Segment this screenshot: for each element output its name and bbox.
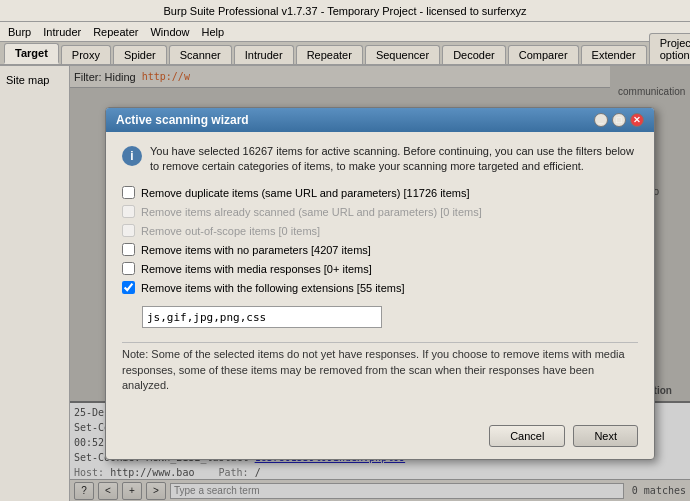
remove-no-params-checkbox[interactable] — [122, 243, 135, 256]
menu-window[interactable]: Window — [150, 26, 189, 38]
close-button[interactable]: ✕ — [630, 113, 644, 127]
modal-overlay: Active scanning wizard _ □ ✕ i You have … — [70, 66, 690, 501]
sitemap-button[interactable]: Site map — [0, 70, 69, 90]
main-area: Site map Filter: Hiding http://w communi… — [0, 66, 690, 501]
tab-scanner[interactable]: Scanner — [169, 45, 232, 64]
info-row: i You have selected 16267 items for acti… — [122, 144, 638, 175]
remove-media-label: Remove items with media responses [0+ it… — [141, 263, 372, 275]
minimize-button[interactable]: _ — [594, 113, 608, 127]
tab-intruder[interactable]: Intruder — [234, 45, 294, 64]
content-area: Filter: Hiding http://w communication ry… — [70, 66, 690, 501]
modal-titlebar-buttons: _ □ ✕ — [594, 113, 644, 127]
checkbox-row-6: Remove items with the following extensio… — [122, 281, 638, 294]
checkbox-row-2: Remove items already scanned (same URL a… — [122, 205, 638, 218]
remove-media-checkbox[interactable] — [122, 262, 135, 275]
menu-repeater[interactable]: Repeater — [93, 26, 138, 38]
active-scanning-wizard-dialog: Active scanning wizard _ □ ✕ i You have … — [105, 107, 655, 461]
tab-spider[interactable]: Spider — [113, 45, 167, 64]
remove-scanned-label: Remove items already scanned (same URL a… — [141, 206, 482, 218]
checkbox-row-1: Remove duplicate items (same URL and par… — [122, 186, 638, 199]
tab-repeater[interactable]: Repeater — [296, 45, 363, 64]
remove-out-of-scope-label: Remove out-of-scope items [0 items] — [141, 225, 320, 237]
cancel-button[interactable]: Cancel — [489, 425, 565, 447]
info-icon: i — [122, 146, 142, 166]
remove-no-params-label: Remove items with no parameters [4207 it… — [141, 244, 371, 256]
extensions-input-container — [122, 300, 638, 334]
tab-bar: Target Proxy Spider Scanner Intruder Rep… — [0, 42, 690, 66]
modal-title: Active scanning wizard — [116, 113, 249, 127]
info-text: You have selected 16267 items for active… — [150, 144, 638, 175]
remove-extensions-label: Remove items with the following extensio… — [141, 282, 405, 294]
modal-footer: Cancel Next — [106, 417, 654, 459]
remove-scanned-checkbox[interactable] — [122, 205, 135, 218]
modal-titlebar: Active scanning wizard _ □ ✕ — [106, 108, 654, 132]
tab-target[interactable]: Target — [4, 43, 59, 64]
remove-duplicates-checkbox[interactable] — [122, 186, 135, 199]
menu-burp[interactable]: Burp — [8, 26, 31, 38]
menu-help[interactable]: Help — [202, 26, 225, 38]
extensions-input[interactable] — [142, 306, 382, 328]
menu-intruder[interactable]: Intruder — [43, 26, 81, 38]
tab-project-options[interactable]: Project options — [649, 33, 690, 64]
checkbox-row-5: Remove items with media responses [0+ it… — [122, 262, 638, 275]
sidebar: Site map — [0, 66, 70, 501]
tab-comparer[interactable]: Comparer — [508, 45, 579, 64]
tab-extender[interactable]: Extender — [581, 45, 647, 64]
window-title: Burp Suite Professional v1.7.37 - Tempor… — [164, 5, 527, 17]
maximize-button[interactable]: □ — [612, 113, 626, 127]
tab-decoder[interactable]: Decoder — [442, 45, 506, 64]
remove-out-of-scope-checkbox[interactable] — [122, 224, 135, 237]
title-bar: Burp Suite Professional v1.7.37 - Tempor… — [0, 0, 690, 22]
menu-bar: Burp Intruder Repeater Window Help — [0, 22, 690, 42]
tab-proxy[interactable]: Proxy — [61, 45, 111, 64]
note-text: Note: Some of the selected items do not … — [122, 342, 638, 397]
remove-duplicates-label: Remove duplicate items (same URL and par… — [141, 187, 470, 199]
modal-body: i You have selected 16267 items for acti… — [106, 132, 654, 418]
tab-sequencer[interactable]: Sequencer — [365, 45, 440, 64]
remove-extensions-checkbox[interactable] — [122, 281, 135, 294]
next-button[interactable]: Next — [573, 425, 638, 447]
checkbox-row-3: Remove out-of-scope items [0 items] — [122, 224, 638, 237]
checkbox-row-4: Remove items with no parameters [4207 it… — [122, 243, 638, 256]
